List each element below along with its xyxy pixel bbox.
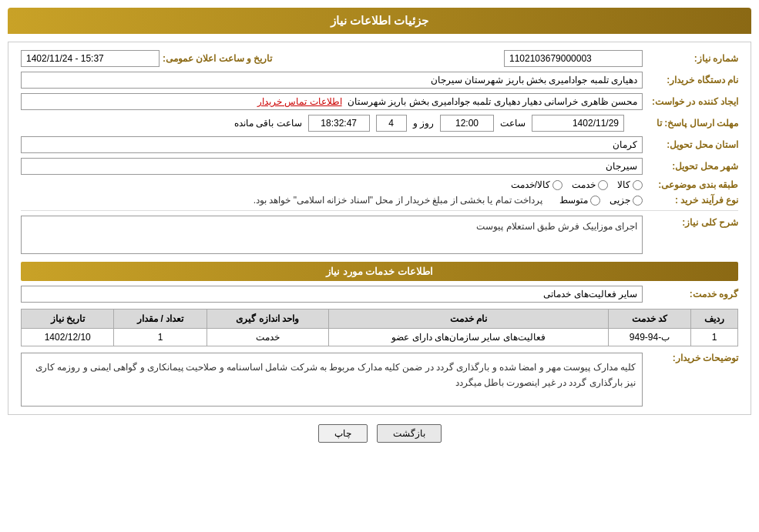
page-header: جزئیات اطلاعات نیاز — [8, 8, 751, 34]
service-group-field: سایر فعالیت‌های خدماتی — [21, 286, 643, 303]
buyer-notes-field: کلیه مدارک پیوست مهر و امضا شده و بارگذا… — [21, 353, 643, 407]
days-field: 4 — [376, 115, 407, 132]
table-row: 1 ب-94-949 فعالیت‌های سایر سازمان‌های دا… — [22, 329, 738, 346]
purchase-type-label: نوع فرآیند خرید : — [646, 195, 738, 206]
send-date-row: مهلت ارسال پاسخ: تا 1402/11/29 ساعت 12:0… — [21, 115, 738, 132]
need-number-row: شماره نیاز: 1102103679000003 تاریخ و ساع… — [21, 50, 738, 67]
province-label: استان محل تحویل: — [646, 139, 738, 150]
page-wrapper: جزئیات اطلاعات نیاز شماره نیاز: 11021036… — [0, 0, 759, 532]
radio-goods-input[interactable] — [633, 180, 643, 190]
col-code: کد خدمت — [608, 309, 690, 329]
buyer-org-row: نام دستگاه خریدار: دهیاری تلمبه جوادامیر… — [21, 72, 738, 89]
buyer-notes-label: توضیحات خریدار: — [646, 353, 738, 363]
need-desc-field: اجرای موزاییک فرش طبق استعلام پیوست — [21, 216, 643, 254]
buyer-notes-row: توضیحات خریدار: کلیه مدارک پیوست مهر و ا… — [21, 353, 738, 407]
radio-goods-service-input[interactable] — [552, 180, 563, 190]
city-field: سیرجان — [21, 158, 643, 175]
buyer-org-field: دهیاری تلمبه جوادامیری بخش باریز شهرستان… — [21, 72, 643, 89]
buyer-notes-value: کلیه مدارک پیوست مهر و امضا شده و بارگذا… — [35, 362, 636, 388]
buttons-row: بازگشت چاپ — [8, 424, 751, 443]
creator-value: محسن ظاهری خراسانی دهیار دهیاری تلمبه جو… — [348, 96, 637, 107]
public-date-label: تاریخ و ساعت اعلان عمومی: — [163, 53, 272, 64]
creator-link[interactable]: اطلاعات تماس خریدار — [257, 96, 342, 107]
remaining-field: 18:32:47 — [308, 115, 370, 132]
remaining-label: ساعت باقی مانده — [234, 118, 302, 129]
divider-1 — [21, 210, 738, 211]
radio-goods-service-label: کالا/خدمت — [511, 179, 550, 190]
table-header-row: ردیف کد خدمت نام خدمت واحد اندازه گیری ت… — [22, 309, 738, 329]
province-row: استان محل تحویل: کرمان — [21, 136, 738, 153]
city-label: شهر محل تحویل: — [646, 161, 738, 172]
send-date-field: 1402/11/29 — [532, 115, 624, 132]
cell-qty: 1 — [114, 329, 207, 346]
radio-medium-label: متوسط — [559, 195, 588, 206]
radio-goods-label: کالا — [617, 179, 630, 190]
radio-service: خدمت — [572, 179, 608, 190]
category-label: طبقه بندی موضوعی: — [646, 179, 738, 190]
category-radio-group: کالا خدمت کالا/خدمت — [511, 179, 643, 190]
services-info-label: اطلاعات خدمات مورد نیاز — [326, 266, 433, 277]
cell-unit: خدمت — [207, 329, 328, 346]
category-row: طبقه بندی موضوعی: کالا خدمت کالا/خدمت — [21, 179, 738, 190]
purchase-note: پرداخت تمام یا بخشی از مبلغ خریدار از مح… — [254, 195, 542, 206]
content-area: شماره نیاز: 1102103679000003 تاریخ و ساع… — [8, 42, 751, 415]
cell-code: ب-94-949 — [608, 329, 690, 346]
services-table-section: ردیف کد خدمت نام خدمت واحد اندازه گیری ت… — [21, 309, 738, 346]
col-qty: تعداد / مقدار — [114, 309, 207, 329]
creator-row: ایجاد کننده در خواست: محسن ظاهری خراسانی… — [21, 93, 738, 110]
creator-field: محسن ظاهری خراسانی دهیار دهیاری تلمبه جو… — [21, 93, 643, 110]
public-date-field: 1402/11/24 - 15:37 — [21, 50, 160, 67]
print-button[interactable]: چاپ — [318, 424, 368, 443]
back-button[interactable]: بازگشت — [377, 424, 442, 443]
cell-name: فعالیت‌های سایر سازمان‌های دارای عضو — [328, 329, 608, 346]
cell-row: 1 — [691, 329, 738, 346]
province-field: کرمان — [21, 136, 643, 153]
radio-service-input[interactable] — [598, 180, 608, 190]
col-name: نام خدمت — [328, 309, 608, 329]
radio-medium: متوسط — [559, 195, 600, 206]
need-desc-value: اجرای موزاییک فرش طبق استعلام پیوست — [476, 221, 637, 232]
time-field: 12:00 — [440, 115, 494, 132]
page-title: جزئیات اطلاعات نیاز — [331, 14, 428, 27]
cell-date: 1402/12/10 — [22, 329, 114, 346]
days-label: روز و — [413, 118, 434, 129]
radio-partial: جزیی — [610, 195, 643, 206]
radio-medium-input[interactable] — [590, 196, 600, 206]
radio-goods-service: کالا/خدمت — [511, 179, 563, 190]
buyer-org-label: نام دستگاه خریدار: — [646, 75, 738, 85]
purchase-type-row: نوع فرآیند خرید : جزیی متوسط پرداخت تمام… — [21, 195, 738, 206]
radio-partial-input[interactable] — [633, 196, 643, 206]
service-group-row: گروه خدمت: سایر فعالیت‌های خدماتی — [21, 286, 738, 303]
radio-partial-label: جزیی — [610, 195, 630, 206]
col-row: ردیف — [691, 309, 738, 329]
services-table: ردیف کد خدمت نام خدمت واحد اندازه گیری ت… — [21, 309, 738, 346]
time-label: ساعت — [500, 118, 526, 129]
col-date: تاریخ نیاز — [22, 309, 114, 329]
col-unit: واحد اندازه گیری — [207, 309, 328, 329]
need-desc-label: شرح کلی نیاز: — [646, 216, 738, 229]
services-section-header: اطلاعات خدمات مورد نیاز — [21, 262, 738, 281]
purchase-type-radio-group: جزیی متوسط پرداخت تمام یا بخشی از مبلغ خ… — [254, 195, 643, 206]
radio-service-label: خدمت — [572, 179, 596, 190]
need-number-label: شماره نیاز: — [646, 53, 738, 64]
need-desc-row: شرح کلی نیاز: اجرای موزاییک فرش طبق استع… — [21, 216, 738, 254]
city-row: شهر محل تحویل: سیرجان — [21, 158, 738, 175]
service-group-label: گروه خدمت: — [646, 289, 738, 299]
radio-goods: کالا — [617, 179, 643, 190]
send-date-label: مهلت ارسال پاسخ: تا — [630, 118, 738, 129]
creator-label: ایجاد کننده در خواست: — [646, 96, 738, 107]
need-number-field: 1102103679000003 — [504, 50, 643, 67]
